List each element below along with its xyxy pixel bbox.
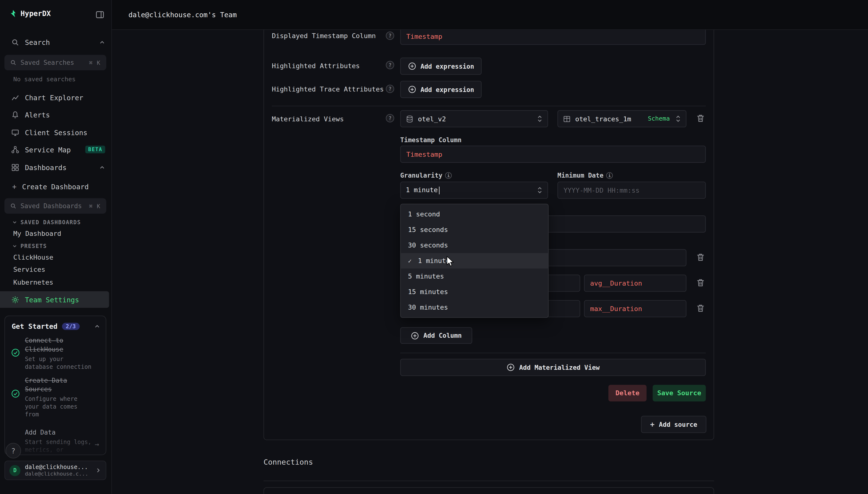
add-source-button[interactable]: + Add source <box>641 416 706 433</box>
plus-icon: + <box>12 183 17 191</box>
plus-circle-icon <box>506 363 515 372</box>
timestamp-column-input[interactable] <box>400 146 706 163</box>
search-label: Search <box>25 38 50 46</box>
chevrons-updown-icon <box>675 114 681 124</box>
database-icon <box>406 115 413 122</box>
dropdown-option[interactable]: 1 second <box>401 207 548 222</box>
section-divider <box>272 106 706 106</box>
sidebar-collapse-icon[interactable] <box>95 10 104 19</box>
info-icon[interactable]: i <box>445 172 452 179</box>
chart-icon <box>11 93 19 102</box>
step-desc: Configure where your data comes from <box>25 395 94 418</box>
sidebar-item-kubernetes[interactable]: Kubernetes <box>13 279 53 286</box>
add-column-button[interactable]: Add Column <box>400 327 472 344</box>
text-caret <box>439 186 440 194</box>
minimum-date-input[interactable] <box>558 182 706 199</box>
monitor-icon <box>11 128 19 136</box>
help-icon[interactable]: ? <box>386 32 394 40</box>
dropdown-option-selected[interactable]: ✓ 1 minute <box>401 253 548 269</box>
shortcut-hint: ⌘ K <box>89 203 101 209</box>
chevron-up-icon[interactable] <box>94 323 100 329</box>
sidebar-item-service-map[interactable]: Service Map BETA <box>0 141 112 158</box>
sidebar-item-my-dashboard[interactable]: My Dashboard <box>13 230 61 238</box>
shortcut-hint: ⌘ K <box>89 59 101 65</box>
chevron-down-icon <box>12 244 17 249</box>
get-started-step-add-data[interactable]: Add Data Start sending logs, metrics, or <box>11 428 101 454</box>
save-source-button[interactable]: Save Source <box>653 385 706 401</box>
column-expression-input[interactable] <box>584 300 686 317</box>
dashboards-label: Dashboards <box>25 163 67 171</box>
delete-column-icon[interactable] <box>696 252 706 263</box>
dropdown-option[interactable]: 15 minutes <box>401 284 548 300</box>
get-started-step-sources[interactable]: Create Data Sources Configure where your… <box>11 376 101 418</box>
table-select[interactable]: otel_traces_1m Schema <box>558 110 687 127</box>
granularity-dropdown: 1 second 15 seconds 30 seconds ✓ 1 minut… <box>400 204 549 318</box>
user-menu[interactable]: D dale@clickhouse... dale@clickhouse.c..… <box>4 461 106 480</box>
get-started-panel: Get Started 2/3 Connect to ClickHouse Se… <box>4 316 106 455</box>
delete-button[interactable]: Delete <box>609 385 647 401</box>
help-icon[interactable]: ? <box>386 61 394 69</box>
step-desc: Start sending logs, metrics, or <box>25 438 94 454</box>
connections-title: Connections <box>264 457 313 466</box>
plus-circle-icon <box>408 62 416 70</box>
delete-column-icon[interactable] <box>696 303 706 313</box>
saved-dashboards-section[interactable]: SAVED DASHBOARDS <box>12 219 81 225</box>
sidebar-item-dashboards[interactable]: Dashboards <box>0 159 112 175</box>
client-sessions-label: Client Sessions <box>25 128 88 136</box>
dropdown-option[interactable]: 30 seconds <box>401 238 548 253</box>
chevrons-updown-icon <box>537 185 542 195</box>
sidebar-item-services[interactable]: Services <box>13 266 45 273</box>
sidebar-item-chart-explorer[interactable]: Chart Explorer <box>0 89 112 106</box>
help-icon[interactable]: ? <box>386 85 394 93</box>
view-select[interactable]: otel_v2 <box>400 110 548 127</box>
delete-view-icon[interactable] <box>696 114 706 124</box>
materialized-views-label: Materialized Views <box>272 115 344 123</box>
add-materialized-view-button[interactable]: Add Materialized View <box>400 359 706 376</box>
arrow-right-icon: → <box>95 440 99 449</box>
gear-icon <box>11 295 19 304</box>
step-desc: Set up your database connection <box>25 355 94 370</box>
presets-section[interactable]: PRESETS <box>12 243 47 249</box>
alerts-label: Alerts <box>25 110 50 119</box>
saved-searches-input[interactable]: Saved Searches ⌘ K <box>4 55 106 70</box>
dashboards-icon <box>11 163 19 171</box>
dropdown-option[interactable]: 15 seconds <box>401 222 548 238</box>
user-email: dale@clickhouse.c... <box>25 471 88 477</box>
dropdown-option[interactable]: 30 minutes <box>401 300 548 315</box>
column-expression-input[interactable] <box>584 275 686 292</box>
saved-dashboards-input[interactable]: Saved Dashboards ⌘ K <box>4 198 106 214</box>
sidebar-item-alerts[interactable]: Alerts <box>0 106 112 123</box>
sidebar-item-client-sessions[interactable]: Client Sessions <box>0 124 112 140</box>
granularity-select[interactable]: 1 minute <box>400 182 548 199</box>
check-circle-icon <box>11 348 20 357</box>
chevrons-updown-icon <box>537 114 542 124</box>
displayed-timestamp-input[interactable] <box>400 30 706 45</box>
sidebar-item-team-settings[interactable]: Team Settings <box>0 291 109 308</box>
add-expression-button[interactable]: Add expression <box>400 57 482 75</box>
plus-circle-icon <box>411 331 419 340</box>
create-dashboard-button[interactable]: + Create Dashboard <box>0 178 112 195</box>
dropdown-option[interactable]: 5 minutes <box>401 269 548 284</box>
chevron-up-icon[interactable] <box>99 39 105 45</box>
help-button[interactable]: ? <box>5 443 21 459</box>
avatar: D <box>9 465 21 476</box>
info-icon[interactable]: i <box>606 172 613 179</box>
granularity-label: Granularity i <box>400 172 452 179</box>
chevron-up-icon[interactable] <box>99 164 105 170</box>
add-expression-button[interactable]: Add expression <box>400 81 482 98</box>
check-circle-icon <box>11 389 20 398</box>
chevron-right-icon <box>95 467 101 473</box>
schema-link[interactable]: Schema <box>648 115 670 122</box>
section-divider <box>400 353 706 353</box>
search-icon <box>10 59 17 66</box>
delete-column-icon[interactable] <box>696 278 706 288</box>
view-select-value: otel_v2 <box>418 115 533 122</box>
section-divider <box>264 481 714 481</box>
no-saved-searches-text: No saved searches <box>13 76 76 83</box>
service-map-icon <box>11 145 19 154</box>
team-settings-label: Team Settings <box>25 295 79 304</box>
sidebar-item-search[interactable]: Search <box>0 34 112 50</box>
help-icon[interactable]: ? <box>386 114 394 122</box>
sidebar-item-clickhouse[interactable]: ClickHouse <box>13 253 53 261</box>
get-started-step-connect[interactable]: Connect to ClickHouse Set up your databa… <box>11 336 101 370</box>
